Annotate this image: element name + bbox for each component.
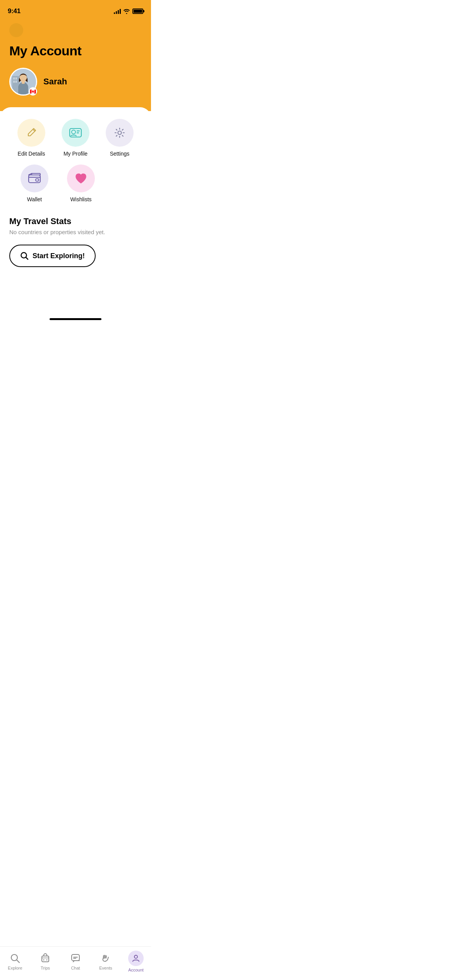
settings-label: Settings (110, 151, 130, 157)
wishlists-icon-circle (67, 164, 95, 192)
battery-icon (132, 9, 143, 14)
wishlists-item[interactable]: Wishlists (63, 164, 98, 202)
wifi-icon (123, 9, 130, 14)
travel-stats-title: My Travel Stats (9, 216, 142, 226)
notification-dot (9, 23, 23, 37)
svg-rect-11 (77, 132, 79, 134)
edit-details-icon-circle (17, 119, 45, 147)
svg-point-12 (118, 131, 122, 135)
svg-rect-10 (77, 130, 80, 132)
svg-rect-14 (36, 179, 39, 181)
heart-icon (74, 172, 88, 185)
status-icons (114, 9, 143, 14)
start-exploring-button[interactable]: Start Exploring! (9, 245, 96, 267)
avatar-wrapper[interactable]: 🇨🇦 (9, 68, 37, 96)
my-profile-label: My Profile (63, 151, 88, 157)
quick-actions-row1: Edit Details My Profile (9, 119, 142, 157)
gear-icon (113, 127, 126, 139)
wishlists-label: Wishlists (70, 196, 91, 202)
profile-row: 🇨🇦 Sarah (9, 68, 142, 96)
edit-details-label: Edit Details (18, 151, 45, 157)
edit-details-item[interactable]: Edit Details (14, 119, 49, 157)
id-card-icon (69, 128, 82, 138)
flag-badge: 🇨🇦 (29, 87, 37, 96)
svg-rect-4 (13, 81, 15, 83)
username: Sarah (43, 77, 67, 87)
content-section: Edit Details My Profile (0, 107, 151, 267)
svg-rect-5 (15, 81, 17, 83)
wallet-label: Wallet (27, 196, 42, 202)
search-icon (20, 252, 29, 260)
my-profile-item[interactable]: My Profile (58, 119, 93, 157)
my-profile-icon-circle (62, 119, 89, 147)
travel-stats-subtitle: No countries or properties visited yet. (9, 229, 142, 235)
home-indicator (50, 318, 101, 320)
svg-rect-2 (13, 77, 15, 80)
wallet-icon (28, 173, 41, 184)
svg-rect-3 (15, 77, 17, 80)
svg-point-9 (72, 130, 76, 134)
status-time: 9:41 (8, 7, 21, 15)
explore-btn-label: Start Exploring! (33, 252, 85, 260)
settings-icon-circle (106, 119, 134, 147)
signal-icon (114, 9, 121, 14)
travel-stats-section: My Travel Stats No countries or properti… (9, 216, 142, 267)
header-section: My Account (0, 19, 151, 111)
wallet-item[interactable]: Wallet (17, 164, 52, 202)
status-bar: 9:41 (0, 0, 151, 19)
wallet-icon-circle (21, 164, 48, 192)
page-title: My Account (9, 43, 142, 58)
svg-rect-7 (22, 82, 24, 84)
pencil-icon (25, 127, 38, 139)
settings-item[interactable]: Settings (102, 119, 137, 157)
quick-actions-row2: Wallet Wishlists (9, 164, 142, 202)
